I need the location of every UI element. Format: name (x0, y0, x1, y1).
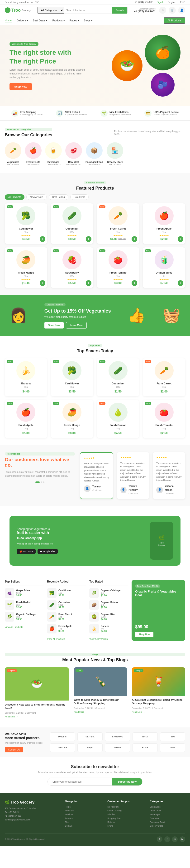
rated-item-banana[interactable]: 🍌 Banana 1kg $4.00 (89, 624, 128, 633)
saver-cucumber[interactable]: New 🥒 Cucumber 500g $1.50 (97, 358, 140, 396)
banner-shop-btn[interactable]: Shop Now (44, 322, 64, 329)
filter-new[interactable]: New Arrivals (26, 194, 47, 200)
blog-card-0[interactable]: Organic 🥗 Discover a New Way to Shop for… (5, 667, 69, 720)
banner-learn-btn[interactable]: Learn More (66, 322, 87, 329)
product-carrot[interactable]: Sale 🥕 Fresh Carrot 1kg ★★★★★ $4.00$16.0… (97, 204, 140, 244)
recent-view-all[interactable]: View All Products (47, 638, 65, 640)
dot-3[interactable] (43, 482, 44, 483)
category-vegetables[interactable]: 🥕 Vegetables 1k+ Products (5, 142, 22, 166)
promo-shop-btn[interactable]: Shop Now (135, 632, 153, 637)
footer-link-returns[interactable]: Returns (107, 821, 143, 823)
newsletter-subscribe-btn[interactable]: Subscribe Now (112, 778, 142, 785)
footer-link-cart[interactable]: Shopping Cart (107, 817, 143, 819)
appstore-button[interactable]: 🍎 App Store (16, 549, 36, 554)
product-cucumber[interactable]: New 🥒 Cucumber 500g ★★★★★ $8.50 + (51, 204, 93, 244)
footer-link-fruits[interactable]: Fresh Fruits (150, 809, 185, 812)
category-fruits[interactable]: 🍎 Fresh Fruits 2k+ Products (25, 142, 42, 166)
nav-pages[interactable]: Pages ▾ (70, 18, 79, 23)
blog-card-2[interactable]: Recipe 🍹 Al Gourmet Cleansings Fueled by… (132, 667, 185, 720)
footer-link-wishlist[interactable]: Wishlist (107, 813, 143, 816)
dot-1[interactable] (35, 482, 40, 483)
hero-cta-button[interactable]: Shop Now (9, 83, 32, 90)
footer-link-packaged[interactable]: Packaged Food (150, 821, 185, 823)
rated-item-kiwi[interactable]: 🥝 Organic Kiwi 500g $4.00 (89, 612, 128, 622)
footer-link-home[interactable]: Home (65, 806, 100, 808)
nav-delivery[interactable]: Delivery ▾ (16, 18, 28, 23)
blog-read-more-2[interactable]: Read More → (132, 711, 185, 713)
googleplay-button[interactable]: ▶ Google Play (38, 549, 58, 554)
product-apple[interactable]: 🍎 Fresh Apple 1kg ★★★★★ $2.00 + (143, 204, 185, 244)
footer-link-faqs[interactable]: FAQs (107, 825, 143, 827)
category-beverages[interactable]: 🍺 Beverages 1.5k+ Products (45, 142, 62, 166)
add-to-cart-tomato[interactable]: + (131, 280, 137, 286)
product-mango[interactable]: New 🥭 Fresh Mango 1kg ★★★★★ $10.00 + (5, 247, 47, 288)
dot-2[interactable] (41, 482, 42, 483)
logo[interactable]: Troo Grocery (5, 7, 31, 13)
all-products-nav-button[interactable]: All Products (164, 18, 185, 24)
user-button[interactable]: 👤 (178, 7, 185, 14)
social-twitter[interactable]: t (164, 836, 170, 842)
footer-link-tracking[interactable]: Order Tracking (107, 809, 143, 812)
seller-item-cabbage[interactable]: 🥬 Organic Cabbage 1kg $3.50 (5, 612, 43, 622)
social-youtube[interactable]: ▶ (180, 836, 185, 842)
add-to-cart-cauliflower[interactable]: + (40, 236, 45, 242)
footer-link-vegetables[interactable]: Vegetables (150, 806, 185, 808)
saver-cauliflower[interactable]: New 🥦 Cauliflower 1kg $3.50 (51, 358, 93, 396)
footer-link-account[interactable]: My Account (107, 806, 143, 808)
add-to-cart-mango[interactable]: + (40, 280, 45, 286)
footer-link-products[interactable]: Products (65, 817, 100, 819)
nav-home[interactable]: Home (5, 18, 12, 23)
blog-card-1[interactable]: Tips 🍾 Ways to Save Money & Time through… (74, 667, 127, 720)
category-packaged[interactable]: 📦 Packaged Food 2k+ Products (85, 142, 103, 166)
social-linkedin[interactable]: in (172, 836, 178, 842)
filter-best[interactable]: Best Selling (49, 194, 68, 200)
footer-link-grocery[interactable]: Grocery Store (150, 825, 185, 827)
add-to-cart-carrot[interactable]: + (131, 236, 137, 242)
lang-selector[interactable]: ENG (180, 1, 185, 4)
add-to-cart-apple[interactable]: + (178, 236, 183, 242)
product-dragon-juice[interactable]: New 🧃 Dragon Juice 1L ★★★★★ $7.50 + (143, 247, 185, 288)
saver-guaion[interactable]: Sale 🍐 Fresh Guaion 1kg $4.50 (97, 400, 140, 438)
seller-item-grape[interactable]: 🍇 Grape Juice 500ml $4.50 (5, 588, 43, 598)
footer-link-beverages[interactable]: Beverages (150, 813, 185, 816)
saver-banana[interactable]: New 🍌 Banana 1kg $4.00 (5, 358, 47, 396)
category-meat[interactable]: 🥩 Raw Meat 0.5k+ Products (65, 142, 82, 166)
search-category-select[interactable]: All Categories (38, 7, 64, 13)
rated-item-potato[interactable]: 🥔 Organic Potato 1kg $2.50 (89, 600, 128, 610)
add-to-cart-cucumber[interactable]: + (86, 236, 91, 242)
saver-tomato[interactable]: New 🍅 Fresh Tomato 1kg $2.50 (143, 400, 185, 438)
search-input[interactable] (64, 7, 112, 13)
social-facebook[interactable]: f (157, 836, 162, 842)
sellers-view-all[interactable]: View All Products (5, 626, 23, 628)
newsletter-email-input[interactable] (48, 778, 112, 785)
search-button[interactable]: Search (112, 7, 127, 13)
product-cauliflower[interactable]: New 🥦 Cauliflower 1kg ★★★★★ $3.50 + (5, 204, 47, 244)
rated-view-all[interactable]: View All Products (89, 638, 108, 640)
rated-item-cabbage[interactable]: 🥬 Organic Cabbage 1kg $3.50 (89, 588, 128, 598)
product-strawberry[interactable]: New 🍓 Strawberry 500g ★★★★★ $5.50 + (51, 247, 93, 288)
seller-item-radish[interactable]: 🌱 Fresh Radish 1kg $2.00 (5, 600, 43, 610)
blog-read-more-1[interactable]: Read More → (74, 711, 127, 713)
add-to-cart-dragon-juice[interactable]: + (178, 280, 183, 286)
filter-all[interactable]: All Products (5, 194, 25, 200)
cart-button[interactable]: 🛒 (168, 7, 176, 14)
nav-products[interactable]: Products ▾ (52, 18, 65, 23)
recent-item-carrot[interactable]: 🥕 Farm Carrot 1kg $2.00 (47, 612, 86, 622)
footer-link-contact[interactable]: Contact (65, 825, 100, 827)
filter-sale[interactable]: Sale Items (70, 194, 88, 200)
saver-carrot[interactable]: Sale 🥕 Farm Carrot 1kg $2.00 (143, 358, 185, 396)
recent-item-cucumber[interactable]: 🥒 Cucumber 500g $1.50 (47, 600, 86, 610)
blog-read-more-0[interactable]: Read More → (5, 715, 69, 718)
saver-apple[interactable]: New 🍎 Fresh Apple 1kg $5.00 (5, 400, 47, 438)
wishlist-button[interactable]: ♡ (159, 7, 166, 14)
footer-link-services[interactable]: Services (65, 813, 100, 816)
nav-blogs[interactable]: Blogs ▾ (84, 18, 92, 23)
partners-contact-btn[interactable]: Contact Us (5, 747, 23, 752)
nav-best-deals[interactable]: Best Deals ▾ (33, 18, 47, 23)
signin-link[interactable]: Sign In (157, 1, 164, 4)
add-to-cart-strawberry[interactable]: + (86, 280, 91, 286)
footer-link-meat[interactable]: Raw Meat (150, 817, 185, 819)
register-link[interactable]: Register (168, 1, 177, 4)
category-grocery[interactable]: 🏪 Grocery Store 3k+ Products (107, 142, 123, 166)
recent-item-apple[interactable]: 🍎 Fresh Apple 1kg $5.00 (47, 624, 86, 633)
